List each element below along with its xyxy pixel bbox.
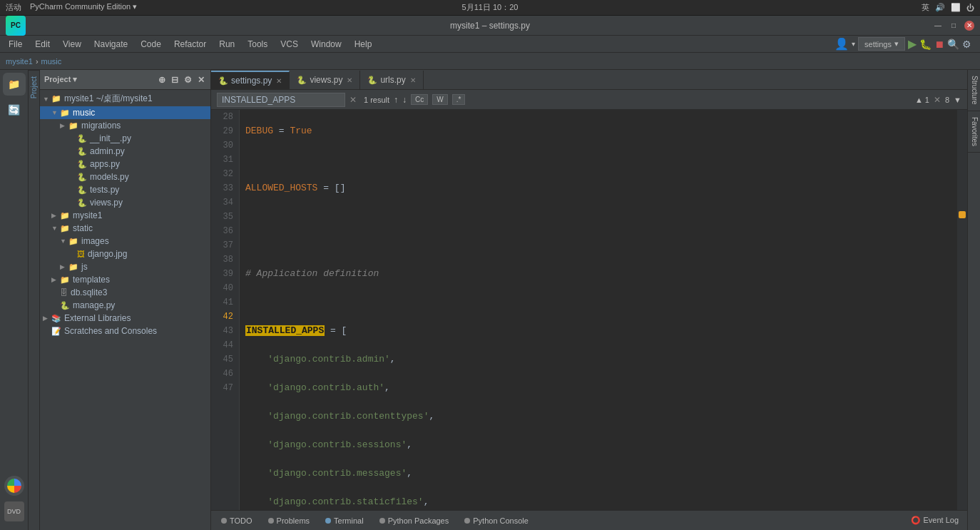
minimize-button[interactable]: — (933, 21, 943, 31)
stop-button[interactable]: ⏹ (934, 39, 944, 50)
tree-item-scratches[interactable]: 📝 Scratches and Consoles (40, 325, 210, 337)
locate-file-icon[interactable]: ⊕ (157, 73, 167, 86)
tab-urls-py-close[interactable]: ✕ (410, 76, 416, 84)
mac-activity[interactable]: 活动 (6, 2, 21, 13)
tab-views-py[interactable]: 🐍 views.py ✕ (290, 71, 360, 89)
tab-views-py-close[interactable]: ✕ (347, 76, 352, 84)
tree-item-static[interactable]: ▼ 📁 static (40, 222, 210, 235)
search-next-icon[interactable]: ↓ (402, 95, 407, 105)
menu-file[interactable]: File (3, 38, 28, 51)
breadcrumb-root[interactable]: mysite1 (6, 57, 33, 66)
menu-code[interactable]: Code (135, 38, 167, 51)
maximize-button[interactable]: □ (949, 21, 959, 31)
event-log-link[interactable]: ⭕ Event Log (911, 516, 959, 525)
bottom-tab-todo[interactable]: TODO (214, 514, 260, 527)
search-bar: ✕ 1 result ↑ ↓ Cc W .* ▲ 1 ✕ 8 ▼ (211, 90, 967, 110)
line-num-31: 31 (211, 153, 233, 167)
chrome-icon[interactable] (4, 476, 24, 496)
search-result-count: 1 result (364, 96, 389, 104)
search-input[interactable] (217, 93, 345, 107)
search-words-icon[interactable]: W (432, 94, 447, 105)
search-prev-icon[interactable]: ↑ (394, 95, 398, 105)
menu-edit[interactable]: Edit (29, 38, 56, 51)
bottom-tab-packages[interactable]: Python Packages (372, 514, 456, 527)
tree-item-external-libs[interactable]: ▶ 📚 External Libraries (40, 312, 210, 325)
tree-item-django-jpg[interactable]: 🖼 django.jpg (40, 248, 210, 260)
project-side-tab[interactable]: Project (29, 70, 39, 104)
menu-refactor[interactable]: Refactor (168, 38, 212, 51)
bottom-tabs: TODO Problems Terminal Python Packages P… (211, 510, 967, 530)
code-line-29 (245, 153, 951, 167)
todo-icon (221, 518, 227, 524)
titlebar: PC mysite1 – settings.py — □ ✕ (0, 16, 980, 36)
menubar: File Edit View Navigate Code Refactor Ru… (0, 36, 980, 53)
bottom-tab-console[interactable]: Python Console (457, 514, 536, 527)
tree-item-mysite1[interactable]: ▼ 📁 mysite1 ~/桌面/mysite1 (40, 91, 210, 106)
bottom-tab-problems[interactable]: Problems (261, 514, 317, 527)
favorites-tab[interactable]: Favorites (968, 111, 980, 153)
tab-settings-py-close[interactable]: ✕ (276, 77, 282, 85)
tree-item-views-py[interactable]: 🐍 views.py (40, 196, 210, 209)
run-button[interactable]: ▶ (908, 37, 917, 51)
line-num-45: 45 (211, 352, 233, 367)
close-panel-icon[interactable]: ✕ (196, 73, 206, 86)
settings-button[interactable]: ⚙ (962, 39, 971, 50)
project-header: Project ▾ ⊕ ⊟ ⚙ ✕ (40, 70, 210, 90)
tree-item-music[interactable]: ▼ 📁 music (40, 106, 210, 119)
breadcrumb: mysite1 › music (0, 53, 980, 70)
collapse-all-icon[interactable]: ⊟ (170, 73, 180, 86)
menu-navigate[interactable]: Navigate (88, 38, 133, 51)
code-editor: 28 29 30 31 32 33 34 35 36 37 38 39 40 4… (211, 110, 967, 510)
tree-item-apps-py[interactable]: 🐍 apps.py (40, 158, 210, 170)
audio-icon: 🔊 (935, 3, 945, 12)
tree-item-mysite1-sub[interactable]: ▶ 📁 mysite1 (40, 209, 210, 222)
profile-icon[interactable]: 👤 (834, 37, 849, 51)
tab-urls-py-icon: 🐍 (367, 76, 377, 85)
run-config-selector[interactable]: settings ▾ (858, 37, 905, 51)
search-regex-icon[interactable]: .* (452, 94, 466, 105)
gutter-up-icon[interactable]: ▲ 1 (915, 96, 929, 104)
tree-item-templates[interactable]: ▶ 📁 templates (40, 273, 210, 286)
menu-window[interactable]: Window (305, 38, 347, 51)
menu-vcs[interactable]: VCS (275, 38, 304, 51)
tree-item-admin-py[interactable]: 🐍 admin.py (40, 145, 210, 158)
code-content[interactable]: DEBUG = True ALLOWED_HOSTS = [] # Applic… (240, 110, 957, 510)
search-close-icon[interactable]: ✕ (349, 95, 357, 105)
tree-item-db-sqlite3[interactable]: 🗄 db.sqlite3 (40, 286, 210, 299)
commit-icon[interactable]: 🔄 (3, 98, 26, 121)
lang-icon: 英 (922, 2, 929, 13)
tree-item-js[interactable]: ▶ 📁 js (40, 260, 210, 273)
bottom-tab-todo-label: TODO (230, 516, 252, 525)
tree-item-init-py[interactable]: 🐍 __init__.py (40, 132, 210, 145)
gutter-down-icon[interactable]: ▼ (954, 96, 961, 104)
debug-button[interactable]: 🐛 (919, 39, 931, 50)
tab-settings-py[interactable]: 🐍 settings.py ✕ (211, 71, 290, 89)
code-line-40: 'django.contrib.messages', (245, 467, 951, 481)
code-line-33: # Application definition (245, 267, 951, 281)
structure-tab[interactable]: Structure (968, 70, 980, 111)
tree-item-migrations[interactable]: ▶ 📁 migrations (40, 119, 210, 132)
search-everywhere-button[interactable]: 🔍 (947, 39, 959, 50)
menu-run[interactable]: Run (213, 38, 240, 51)
code-line-37: 'django.contrib.auth', (245, 381, 951, 395)
tree-item-tests-py[interactable]: 🐍 tests.py (40, 183, 210, 196)
close-button[interactable]: ✕ (964, 21, 974, 31)
tree-item-images[interactable]: ▼ 📁 images (40, 235, 210, 248)
project-view-icon[interactable]: 📁 (3, 73, 26, 96)
tree-settings-icon[interactable]: ⚙ (183, 73, 193, 86)
bottom-tab-problems-label: Problems (277, 516, 310, 525)
tree-item-models-py[interactable]: 🐍 models.py (40, 170, 210, 183)
tab-urls-py[interactable]: 🐍 urls.py ✕ (360, 71, 423, 89)
line-num-32: 32 (211, 167, 233, 181)
line-num-46: 46 (211, 367, 233, 381)
search-match-case-icon[interactable]: Cc (411, 94, 428, 105)
bottom-tab-terminal-label: Terminal (334, 516, 364, 525)
dvd-icon[interactable]: DVD (4, 501, 24, 521)
menu-view[interactable]: View (57, 38, 87, 51)
breadcrumb-music[interactable]: music (41, 57, 62, 66)
menu-tools[interactable]: Tools (242, 38, 273, 51)
tree-item-manage-py[interactable]: 🐍 manage.py (40, 299, 210, 312)
bottom-tab-packages-label: Python Packages (388, 516, 449, 525)
menu-help[interactable]: Help (349, 38, 378, 51)
bottom-tab-terminal[interactable]: Terminal (318, 514, 371, 527)
